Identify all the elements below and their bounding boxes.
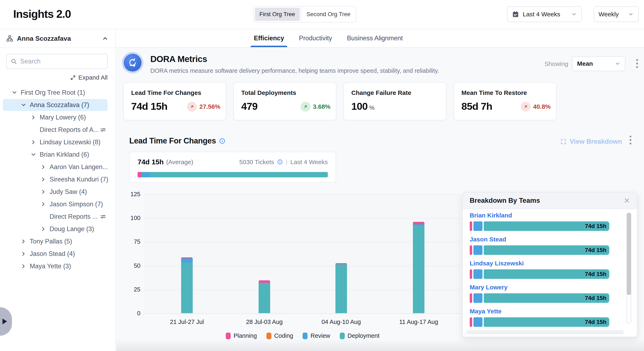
tree-item-label: First Org Tree Root (1) [21, 89, 85, 96]
team-name-link[interactable]: Maya Yette [470, 308, 609, 315]
breakdown-row: Lindsay Liszewski74d 15h [470, 260, 609, 279]
bar-segment-planning [470, 317, 472, 327]
dora-metrics-icon [124, 54, 142, 72]
legend-swatch [266, 332, 272, 339]
top-bar: Insights 2.0 First Org TreeSecond Org Tr… [0, 0, 644, 29]
org-tree-toggle[interactable]: First Org TreeSecond Org Tree [254, 6, 356, 23]
bar-segment-deployment: 74d 15h [484, 245, 609, 255]
sidebar-search [6, 54, 108, 69]
sidebar-header[interactable]: Anna Scozzafava [0, 29, 115, 48]
expand-all-button[interactable]: Expand All [6, 74, 108, 81]
tree-item[interactable]: Maya Yette (3) [0, 260, 115, 272]
showing-select[interactable]: Mean [572, 56, 626, 71]
metric-card-change-failure-rate: Change Failure Rate100% [344, 82, 446, 120]
chevron-right-icon[interactable] [21, 263, 26, 269]
chevron-down-icon[interactable] [21, 102, 26, 108]
tree-item-label: Mary Lowery (6) [40, 114, 86, 121]
chevron-down-icon [615, 61, 620, 67]
org-tree-toggle-option-2[interactable]: Second Org Tree [301, 7, 356, 22]
legend-label: Coding [274, 332, 293, 339]
tree-item-label: Anna Scozzafava (7) [30, 101, 89, 109]
tree-item[interactable]: Sireesha Kunduri (7) [0, 173, 115, 186]
panel-scrollbar[interactable] [627, 213, 631, 323]
metric-delta-badge: 40.8% [521, 102, 551, 112]
filter-sliders-icon[interactable] [100, 127, 106, 133]
tree-item[interactable]: Lindsay Liszewski (8) [0, 136, 115, 148]
panel-horizontal-scrollbar[interactable] [466, 330, 624, 334]
breakdown-by-teams-panel: Breakdown By Teams Brian Kirkland74d 15h… [462, 192, 638, 337]
filter-sliders-icon[interactable] [100, 214, 106, 220]
org-sidebar: Anna Scozzafava Expand All First Org Tre… [0, 29, 116, 351]
tree-item[interactable]: First Org Tree Root (1) [0, 86, 115, 99]
team-name-link[interactable]: Mary Lowery [470, 284, 609, 291]
chevron-down-icon[interactable] [12, 90, 17, 96]
dora-metrics-subtitle: DORA metrics measure software delivery p… [150, 67, 439, 74]
legend-swatch [340, 332, 345, 339]
y-axis-tick-label: 0 [117, 310, 140, 317]
lead-time-summary-card: 74d 15h (Average) 5030 Tickets | Last 4 … [129, 152, 336, 183]
info-icon[interactable] [219, 138, 226, 144]
chevron-up-icon[interactable] [102, 35, 108, 42]
tree-item[interactable]: Aaron Van Langen... [0, 161, 115, 173]
chevron-right-icon[interactable] [30, 115, 36, 120]
stacked-bar-3[interactable] [336, 263, 347, 313]
team-name-link[interactable]: Lindsay Liszewski [470, 260, 609, 267]
y-axis-tick-label: 75 [117, 238, 140, 245]
info-icon[interactable] [277, 159, 283, 165]
tree-item[interactable]: Anna Scozzafava (7) [0, 99, 115, 111]
tab-business-alignment[interactable]: Business Alignment [344, 29, 406, 47]
date-range-select[interactable]: Last 4 Weeks [507, 7, 582, 22]
tree-item[interactable]: Jason Simpson (7) [0, 198, 115, 210]
section-kebab-menu[interactable] [630, 136, 632, 145]
chevron-right-icon[interactable] [21, 239, 26, 244]
tab-efficiency[interactable]: Efficiency [251, 29, 286, 47]
bar-segment-planning [470, 221, 472, 231]
chevron-right-icon[interactable] [40, 164, 46, 170]
tree-chevron-spacer [40, 214, 46, 219]
tree-chevron-spacer [30, 127, 36, 133]
tree-item[interactable]: Jason Stead (4) [0, 248, 115, 260]
stacked-bar-4[interactable] [413, 222, 424, 313]
chevron-right-icon[interactable] [40, 226, 46, 232]
tree-item[interactable]: Mary Lowery (6) [0, 111, 115, 124]
metric-delta-badge: 3.68% [300, 102, 330, 112]
chevron-right-icon[interactable] [40, 189, 46, 195]
summary-value: 74d 15h [138, 158, 164, 166]
tab-productivity[interactable]: Productivity [296, 29, 334, 47]
lead-time-chart-plot [144, 194, 460, 313]
breakdown-row: Brian Kirkland74d 15h [470, 212, 609, 231]
close-button[interactable] [623, 197, 630, 204]
chevron-down-icon[interactable] [30, 152, 36, 158]
team-phase-bar: 74d 15h [470, 293, 609, 303]
chevron-right-icon[interactable] [21, 251, 26, 257]
summary-average-label: (Average) [166, 159, 193, 166]
date-range-value: Last 4 Weeks [523, 11, 560, 18]
stacked-bar-2[interactable] [258, 280, 270, 313]
panel-scrollbar-thumb[interactable] [627, 213, 631, 295]
team-name-link[interactable]: Jason Stead [470, 236, 609, 243]
tree-item[interactable]: Doug Lange (3) [0, 223, 115, 235]
org-tree-toggle-option-1[interactable]: First Org Tree [255, 8, 300, 21]
team-name-link[interactable]: Brian Kirkland [470, 212, 609, 219]
granularity-select[interactable]: Weekly [594, 7, 639, 22]
breakdown-row: Maya Yette74d 15h [470, 308, 609, 327]
bar-segment-review [181, 258, 193, 263]
chevron-right-icon[interactable] [40, 177, 46, 182]
trend-up-icon [187, 102, 197, 112]
x-axis-tick-label: 04 Aug-10 Aug [304, 318, 378, 325]
tree-item[interactable]: Brian Kirkland (6) [0, 148, 115, 161]
chevron-right-icon[interactable] [40, 201, 46, 207]
tree-item[interactable]: Direct Reports ... [0, 210, 115, 223]
bar-segment-planning [470, 293, 472, 303]
tree-item[interactable]: Direct Reports of A... [0, 124, 115, 136]
tree-item[interactable]: Tony Pallas (5) [0, 235, 115, 248]
chevron-right-icon[interactable] [30, 139, 36, 145]
tree-item[interactable]: Judy Saw (4) [0, 186, 115, 198]
dora-kebab-menu[interactable] [636, 59, 638, 68]
view-breakdown-button[interactable]: View Breakdown [560, 138, 622, 145]
search-input[interactable] [20, 58, 103, 65]
dora-metrics-title: DORA Metrics [150, 54, 207, 64]
stacked-bar-1[interactable] [181, 257, 193, 313]
tree-item-label: Doug Lange (3) [50, 225, 94, 233]
team-phase-bar: 74d 15h [470, 269, 609, 279]
